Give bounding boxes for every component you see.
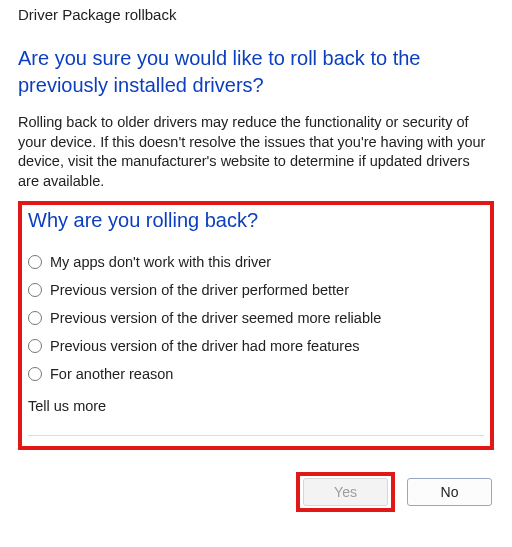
- reason-option-more-features[interactable]: Previous version of the driver had more …: [28, 332, 484, 360]
- window-title: Driver Package rollback: [18, 0, 494, 31]
- yes-button-highlight: Yes: [296, 472, 395, 512]
- description-text: Rolling back to older drivers may reduce…: [18, 107, 494, 197]
- reason-option-another[interactable]: For another reason: [28, 360, 484, 388]
- no-button[interactable]: No: [407, 478, 492, 506]
- reason-radio-another[interactable]: [28, 367, 42, 381]
- reason-option-apps[interactable]: My apps don't work with this driver: [28, 248, 484, 276]
- reason-heading: Why are you rolling back?: [28, 207, 484, 248]
- reason-label: Previous version of the driver seemed mo…: [50, 310, 381, 326]
- reason-label: Previous version of the driver performed…: [50, 282, 349, 298]
- reason-label: For another reason: [50, 366, 173, 382]
- main-heading: Are you sure you would like to roll back…: [18, 31, 494, 107]
- dialog-button-row: Yes No: [18, 450, 494, 512]
- reason-radio-more-features[interactable]: [28, 339, 42, 353]
- reason-radio-performed-better[interactable]: [28, 283, 42, 297]
- reason-label: Previous version of the driver had more …: [50, 338, 359, 354]
- tell-us-label: Tell us more: [28, 388, 484, 418]
- dialog-window: Driver Package rollback Are you sure you…: [0, 0, 512, 524]
- yes-button[interactable]: Yes: [303, 478, 388, 506]
- reason-radio-more-reliable[interactable]: [28, 311, 42, 325]
- reason-option-performed-better[interactable]: Previous version of the driver performed…: [28, 276, 484, 304]
- tell-us-input[interactable]: [28, 418, 484, 436]
- reason-label: My apps don't work with this driver: [50, 254, 271, 270]
- reason-section-highlight: Why are you rolling back? My apps don't …: [18, 201, 494, 450]
- reason-radio-apps[interactable]: [28, 255, 42, 269]
- reason-option-more-reliable[interactable]: Previous version of the driver seemed mo…: [28, 304, 484, 332]
